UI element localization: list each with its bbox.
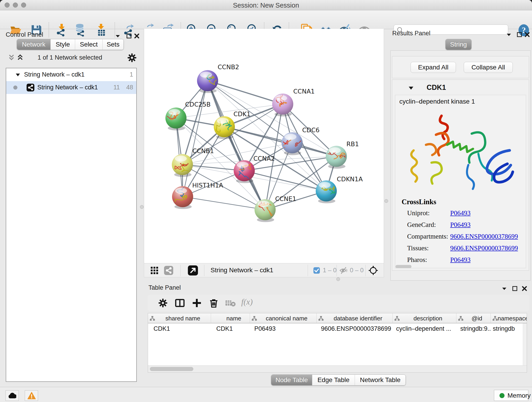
column-header-database-identifier[interactable]: database identifier (317, 313, 393, 323)
horizontal-splitter-handle[interactable] (336, 277, 340, 281)
network-collection-row[interactable]: String Network – cdk1 1 (6, 68, 136, 81)
table-panel-tabs: Node Table Edge Table Network Table (271, 375, 406, 385)
panel-float-icon[interactable] (515, 31, 523, 38)
show-columns-icon[interactable] (175, 298, 185, 308)
network-node-HIST1H1A[interactable]: HIST1H1A (172, 182, 223, 209)
expand-all-networks-icon[interactable] (17, 53, 24, 61)
left-splitter-handle[interactable] (140, 205, 144, 209)
tab-sets[interactable]: Sets (102, 39, 123, 50)
panel-menu-icon[interactable] (114, 32, 122, 40)
crosslink-link[interactable]: P06493 (450, 256, 471, 264)
table-row: CDK1CDK1P064939606.ENSP00000378699cyclin… (148, 323, 527, 334)
column-header-shared-name[interactable]: shared name (148, 313, 211, 323)
node-label: CDKN1A (337, 176, 363, 183)
table-header-row: shared namenamecanonical namedatabase id… (148, 313, 527, 323)
toolbar-separator (308, 265, 308, 276)
scrollbar-thumb[interactable] (150, 367, 193, 371)
tab-select[interactable]: Select (75, 39, 102, 50)
toolbar-separator (365, 265, 366, 276)
tab-style[interactable]: Style (51, 39, 75, 50)
panel-close-icon[interactable] (520, 285, 528, 293)
network-edge[interactable] (183, 81, 208, 197)
network-row[interactable]: String Network – cdk1 11 48 (6, 81, 136, 94)
network-graph[interactable]: CCNB2CCNA1CDC25BCDK1CDC6RB1CCNB1CCNA2CDK… (144, 29, 384, 263)
fit-selected-crosshair-icon[interactable] (368, 265, 378, 275)
expand-collapse-bar: Expand All Collapse All (392, 56, 529, 78)
results-horizontal-scrollbar[interactable] (395, 265, 412, 268)
collapse-all-networks-icon[interactable] (8, 53, 15, 61)
collapse-all-button[interactable]: Collapse All (464, 62, 513, 73)
crosslink-link[interactable]: P06493 (450, 221, 471, 229)
column-header-label: canonical name (257, 313, 317, 323)
network-node-CDKN1A[interactable]: CDKN1A (316, 176, 363, 203)
column-header-description[interactable]: description (393, 313, 456, 323)
app-window: Session: New Session ? Control Panel (0, 0, 532, 402)
table-options-gear-icon[interactable] (158, 298, 168, 308)
network-node-CCNB1[interactable]: CCNB1 (172, 147, 214, 177)
string-results-container: Expand All Collapse All CDK1 cyclin–depe… (390, 51, 531, 281)
network-options-gear-icon[interactable] (127, 53, 137, 63)
crosslink-link[interactable]: 9606.ENSP00000378699 (450, 233, 518, 240)
table-cell[interactable]: CDK1 (211, 323, 250, 334)
create-column-icon[interactable] (192, 298, 202, 308)
shared-column-icon (252, 316, 257, 321)
crosslink-link[interactable]: P06493 (450, 209, 471, 217)
open-in-new-window-icon[interactable] (188, 265, 198, 276)
crosslink-link[interactable]: 9606.ENSP00000378699 (450, 244, 518, 252)
table-cell[interactable]: P06493 (250, 323, 317, 334)
panel-menu-icon[interactable] (500, 285, 508, 293)
table-vertical-scrollbar[interactable] (523, 323, 527, 366)
table-cell[interactable]: cyclin–dependent ... (393, 323, 456, 334)
table-cell[interactable]: 9606.ENSP00000378699 (317, 323, 393, 334)
column-header-name[interactable]: name (211, 313, 250, 323)
panel-float-icon[interactable] (125, 32, 133, 40)
tab-network[interactable]: Network (17, 39, 51, 50)
delete-column-icon[interactable] (209, 298, 219, 308)
control-panel: Control Panel Network Style Select Sets … (2, 30, 140, 385)
memory-label: Memory (507, 392, 531, 399)
column-header--id[interactable]: @id (456, 313, 491, 323)
node-label: CCNA2 (253, 155, 275, 162)
selected-counts: 1 – 0 (323, 267, 336, 274)
network-edge[interactable] (208, 81, 265, 210)
panel-float-icon[interactable] (511, 285, 519, 293)
network-edge[interactable] (208, 81, 283, 104)
collection-expander-icon[interactable] (15, 72, 20, 77)
protein-structure-image[interactable] (404, 108, 517, 195)
column-header-label: @id (463, 313, 491, 323)
network-node-RB1[interactable]: RB1 (325, 140, 359, 169)
column-header-namespace[interactable]: namespace (491, 313, 527, 323)
control-panel-title: Control Panel (6, 31, 43, 38)
panel-close-icon[interactable] (133, 32, 141, 40)
panel-close-icon[interactable] (523, 31, 531, 38)
tab-node-table[interactable]: Node Table (271, 375, 312, 385)
table-cell[interactable]: CDK1 (148, 323, 211, 334)
panel-menu-icon[interactable] (505, 31, 513, 38)
birds-eye-view-icon[interactable] (151, 267, 158, 274)
column-header-canonical-name[interactable]: canonical name (250, 313, 317, 323)
expand-all-button[interactable]: Expand All (411, 62, 456, 73)
memory-button[interactable]: Memory (494, 390, 528, 401)
node-label: HIST1H1A (192, 182, 223, 189)
window-title: Session: New Session (0, 2, 532, 9)
network-overview-icon[interactable] (164, 266, 173, 275)
network-canvas[interactable]: CCNB2CCNA1CDC25BCDK1CDC6RB1CCNB1CCNA2CDK… (144, 29, 384, 263)
network-node-CCNA1[interactable]: CCNA1 (272, 88, 315, 116)
selected-checkbox-icon[interactable] (313, 267, 320, 274)
cloud-services-button[interactable] (6, 390, 19, 401)
tab-network-table[interactable]: Network Table (355, 375, 405, 385)
table-cell[interactable]: stringdb:9... (456, 323, 491, 334)
network-icon (26, 83, 35, 92)
gene-description: cyclin–dependent kinase 1 (399, 98, 475, 105)
right-splitter-handle[interactable] (385, 199, 388, 203)
table-horizontal-scrollbar[interactable] (148, 365, 527, 372)
status-bar: Memory (0, 387, 532, 402)
section-expander-icon[interactable] (408, 86, 414, 91)
tab-edge-table[interactable]: Edge Table (312, 375, 355, 385)
crosslink-label: GeneCard: (407, 221, 436, 229)
table-cell[interactable]: stringdb (491, 323, 527, 334)
node-label: CDC25B (185, 101, 210, 108)
node-label: CDC6 (302, 127, 320, 134)
warnings-button[interactable] (25, 390, 38, 401)
tab-string[interactable]: String (446, 39, 471, 50)
